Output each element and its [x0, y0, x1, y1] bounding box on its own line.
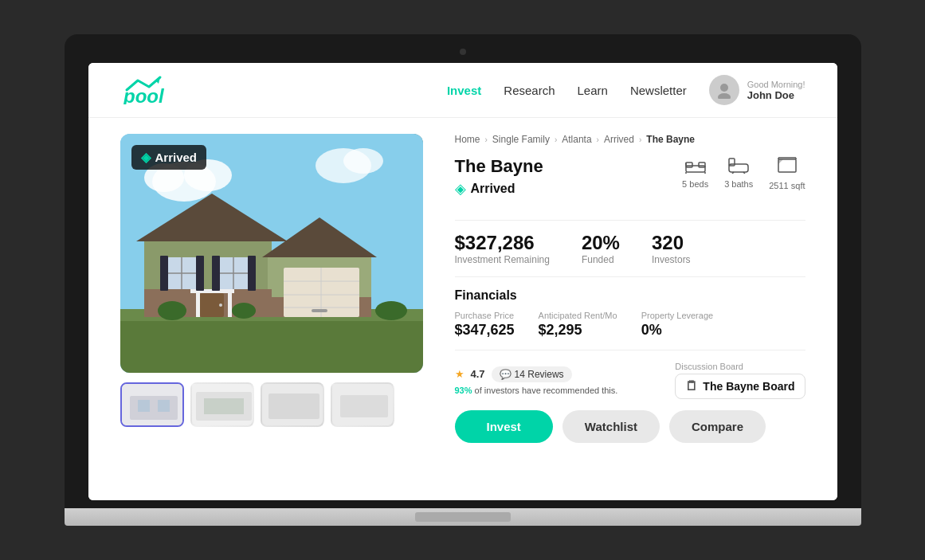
- details-section: Home › Single Family › Atlanta › Arrived…: [455, 134, 805, 484]
- funded-block: 20% Funded: [582, 232, 620, 265]
- svg-rect-39: [160, 256, 168, 291]
- reviews-block: ★ 4.7 💬 14 Reviews 93% of investors have…: [455, 366, 618, 395]
- leverage-item: Property Leverage 0%: [641, 311, 714, 339]
- breadcrumb-sep-1: ›: [485, 135, 488, 144]
- reviews-button[interactable]: 💬 14 Reviews: [492, 366, 572, 382]
- svg-text:pool: pool: [123, 85, 165, 104]
- leverage-label: Property Leverage: [641, 311, 714, 320]
- svg-rect-49: [204, 398, 244, 414]
- svg-rect-54: [686, 166, 705, 172]
- svg-rect-30: [318, 309, 327, 312]
- nav-research[interactable]: Research: [504, 84, 555, 97]
- review-count-text: 14 Reviews: [515, 369, 564, 380]
- svg-rect-33: [196, 289, 200, 317]
- svg-rect-55: [686, 163, 692, 167]
- thumbnail-row: [120, 382, 423, 427]
- investment-remaining-value: $327,286: [455, 232, 550, 254]
- discussion-block: Discussion Board 🗒 The Bayne Board: [675, 362, 805, 399]
- svg-rect-41: [212, 256, 220, 291]
- sqft-value: 2511 sqft: [769, 181, 805, 190]
- svg-rect-53: [340, 395, 388, 417]
- spec-beds: 5 beds: [682, 156, 708, 190]
- arrived-platform-icon: ◈: [455, 180, 466, 198]
- reviews-discussion: ★ 4.7 💬 14 Reviews 93% of investors have…: [455, 362, 805, 399]
- watchlist-button[interactable]: Watchlist: [562, 410, 660, 443]
- svg-rect-42: [248, 256, 256, 291]
- breadcrumb-single-family[interactable]: Single Family: [492, 134, 550, 145]
- breadcrumb-arrived[interactable]: Arrived: [604, 134, 634, 145]
- svg-rect-40: [196, 256, 204, 291]
- breadcrumb-the-bayne: The Bayne: [646, 134, 695, 145]
- purchase-price-item: Purchase Price $347,625: [455, 311, 515, 339]
- recommend-text: 93% of investors have recommended this.: [455, 386, 618, 395]
- comment-icon: 💬: [500, 369, 511, 380]
- discussion-label: Discussion Board: [675, 362, 805, 371]
- image-section: ◈ Arrived: [120, 134, 423, 484]
- invest-button[interactable]: Invest: [455, 410, 553, 443]
- svg-point-2: [720, 84, 728, 92]
- sqft-icon: [777, 156, 798, 179]
- investors-block: 320 Investors: [652, 232, 691, 265]
- arrived-badge-icon: ◈: [141, 150, 151, 165]
- nav-invest[interactable]: Invest: [447, 84, 481, 97]
- breadcrumb-sep-2: ›: [555, 135, 557, 144]
- funded-label: Funded: [582, 254, 620, 265]
- financials-title: Financials: [455, 288, 805, 303]
- arrived-badge: ◈ Arrived: [131, 145, 207, 170]
- svg-marker-65: [778, 159, 783, 164]
- svg-point-38: [375, 301, 407, 320]
- property-specs: 5 beds: [682, 156, 805, 190]
- star-icon: ★: [455, 368, 464, 380]
- investment-remaining-block: $327,286 Investment Remaining: [455, 232, 550, 265]
- baths-value: 3 baths: [724, 179, 753, 189]
- rent-item: Anticipated Rent/Mo $2,295: [539, 311, 617, 339]
- main-nav: Invest Research Learn Newsletter: [447, 84, 687, 97]
- avatar: [709, 75, 739, 105]
- arrived-platform-text: Arrived: [471, 182, 515, 196]
- spec-sqft: 2511 sqft: [769, 156, 805, 190]
- divider-2: [455, 276, 805, 277]
- purchase-price-label: Purchase Price: [455, 311, 515, 320]
- investment-remaining-label: Investment Remaining: [455, 254, 550, 265]
- thumbnail-3[interactable]: [261, 382, 324, 427]
- thumbnail-4[interactable]: [331, 382, 394, 427]
- compare-button[interactable]: Compare: [669, 410, 766, 443]
- svg-rect-51: [268, 394, 319, 419]
- discussion-icon: 🗒: [685, 379, 698, 394]
- arrived-label: ◈ Arrived: [455, 180, 543, 198]
- bed-icon: [684, 156, 707, 178]
- property-title: The Bayne: [455, 156, 543, 177]
- discussion-board-name: The Bayne Board: [703, 380, 794, 393]
- breadcrumb-home[interactable]: Home: [455, 134, 480, 145]
- greeting-text: Good Morning!: [747, 80, 805, 89]
- breadcrumb-atlanta[interactable]: Atlanta: [562, 134, 591, 145]
- purchase-price-value: $347,625: [455, 322, 515, 339]
- svg-rect-46: [158, 400, 170, 412]
- arrived-badge-text: Arrived: [155, 151, 198, 164]
- rent-label: Anticipated Rent/Mo: [539, 311, 617, 320]
- svg-point-37: [232, 303, 256, 319]
- rent-value: $2,295: [539, 322, 617, 339]
- property-main-image: ◈ Arrived: [120, 134, 423, 373]
- rating-row: ★ 4.7 💬 14 Reviews: [455, 366, 618, 382]
- breadcrumb-sep-3: ›: [597, 135, 599, 144]
- financials-section: Financials Purchase Price $347,625 Antic…: [455, 288, 805, 339]
- action-buttons: Invest Watchlist Compare: [455, 410, 805, 443]
- nav-learn[interactable]: Learn: [578, 84, 608, 97]
- recommend-suffix: of investors have recommended this.: [475, 386, 618, 395]
- main-content: ◈ Arrived: [88, 118, 837, 500]
- user-area: Good Morning! John Doe: [709, 75, 805, 105]
- svg-point-32: [219, 303, 222, 307]
- discussion-board-button[interactable]: 🗒 The Bayne Board: [675, 374, 805, 399]
- breadcrumb-sep-4: ›: [639, 135, 641, 144]
- thumbnail-2[interactable]: [190, 382, 254, 427]
- thumbnail-1[interactable]: [120, 382, 184, 427]
- rating-value: 4.7: [471, 368, 485, 380]
- username-text: John Doe: [747, 89, 805, 101]
- divider-1: [455, 220, 805, 221]
- bath-icon: [728, 156, 749, 178]
- nav-newsletter[interactable]: Newsletter: [630, 84, 687, 97]
- investment-stats: $327,286 Investment Remaining 20% Funded…: [455, 232, 805, 265]
- recommend-pct: 93%: [455, 386, 472, 395]
- investors-label: Investors: [652, 254, 691, 265]
